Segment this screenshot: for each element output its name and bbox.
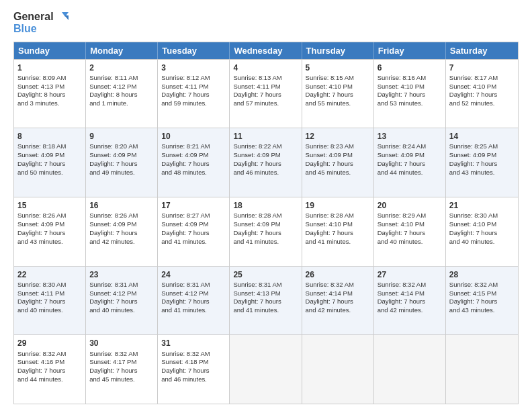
day-cell-26: 26Sunrise: 8:32 AMSunset: 4:14 PMDayligh… bbox=[302, 267, 374, 335]
day-info-line: Sunset: 4:10 PM bbox=[449, 83, 515, 91]
day-info-line: and 1 minute. bbox=[89, 99, 154, 108]
day-info-line: and 43 minutes. bbox=[17, 238, 82, 246]
day-number: 28 bbox=[449, 269, 515, 280]
day-info-line: Daylight: 7 hours bbox=[161, 367, 226, 375]
day-cell-1: 1Sunrise: 8:09 AMSunset: 4:13 PMDaylight… bbox=[14, 60, 86, 128]
day-info-line: Sunrise: 8:25 AM bbox=[449, 142, 515, 151]
day-cell-24: 24Sunrise: 8:31 AMSunset: 4:12 PMDayligh… bbox=[158, 267, 230, 335]
day-info-line: Sunset: 4:12 PM bbox=[89, 83, 154, 91]
day-info-line: Daylight: 7 hours bbox=[161, 160, 226, 169]
header-day-saturday: Saturday bbox=[446, 42, 518, 59]
day-number: 19 bbox=[306, 200, 370, 211]
day-cell-11: 11Sunrise: 8:22 AMSunset: 4:09 PMDayligh… bbox=[230, 128, 302, 197]
day-cell-5: 5Sunrise: 8:15 AMSunset: 4:10 PMDaylight… bbox=[302, 60, 374, 128]
day-number: 7 bbox=[449, 62, 515, 73]
day-info-line: Daylight: 7 hours bbox=[161, 91, 226, 99]
day-number: 26 bbox=[306, 269, 370, 280]
day-info-line: Sunrise: 8:32 AM bbox=[449, 281, 515, 289]
day-info-line: and 48 minutes. bbox=[161, 169, 226, 177]
day-number: 24 bbox=[161, 269, 226, 280]
day-info-line: and 42 minutes. bbox=[306, 306, 370, 315]
day-number: 14 bbox=[449, 131, 515, 142]
day-info-line: and 40 minutes. bbox=[89, 306, 154, 315]
day-info-line: Sunrise: 8:26 AM bbox=[89, 212, 154, 220]
header-day-sunday: Sunday bbox=[14, 42, 86, 59]
day-number: 16 bbox=[89, 200, 154, 211]
day-info-line: Sunrise: 8:09 AM bbox=[17, 74, 82, 83]
day-info-line: Sunset: 4:17 PM bbox=[89, 358, 154, 367]
day-info-line: Sunrise: 8:27 AM bbox=[161, 212, 226, 220]
calendar-header: SundayMondayTuesdayWednesdayThursdayFrid… bbox=[14, 42, 518, 59]
day-info-line: Sunrise: 8:32 AM bbox=[378, 281, 442, 289]
day-info-line: Sunset: 4:10 PM bbox=[449, 220, 515, 229]
calendar-row-5: 29Sunrise: 8:32 AMSunset: 4:16 PMDayligh… bbox=[14, 334, 518, 404]
header-day-tuesday: Tuesday bbox=[158, 42, 230, 59]
day-cell-10: 10Sunrise: 8:21 AMSunset: 4:09 PMDayligh… bbox=[158, 128, 230, 197]
day-info-line: Sunrise: 8:29 AM bbox=[378, 212, 442, 220]
day-info-line: Sunset: 4:09 PM bbox=[306, 151, 370, 160]
day-info-line: Sunset: 4:18 PM bbox=[161, 358, 226, 367]
empty-cell bbox=[446, 335, 518, 404]
day-cell-15: 15Sunrise: 8:26 AMSunset: 4:09 PMDayligh… bbox=[14, 197, 86, 266]
day-number: 22 bbox=[17, 269, 82, 280]
day-number: 23 bbox=[89, 269, 154, 280]
day-info-line: and 42 minutes. bbox=[378, 306, 442, 315]
day-info-line: Daylight: 7 hours bbox=[17, 160, 82, 169]
day-info-line: Sunrise: 8:15 AM bbox=[306, 74, 370, 83]
day-cell-21: 21Sunrise: 8:30 AMSunset: 4:10 PMDayligh… bbox=[446, 197, 518, 266]
day-info-line: Sunset: 4:09 PM bbox=[449, 151, 515, 160]
page: General Blue SundayMondayTuesdayWednesda… bbox=[0, 0, 532, 411]
day-cell-14: 14Sunrise: 8:25 AMSunset: 4:09 PMDayligh… bbox=[446, 128, 518, 197]
day-info-line: Daylight: 7 hours bbox=[89, 298, 154, 306]
day-info-line: Daylight: 7 hours bbox=[378, 229, 442, 238]
day-cell-6: 6Sunrise: 8:16 AMSunset: 4:10 PMDaylight… bbox=[374, 60, 446, 128]
day-info-line: Daylight: 7 hours bbox=[161, 229, 226, 238]
day-info-line: Sunset: 4:11 PM bbox=[233, 83, 298, 91]
day-info-line: Sunset: 4:09 PM bbox=[378, 151, 442, 160]
day-info-line: Daylight: 8 hours bbox=[17, 91, 82, 99]
day-info-line: and 46 minutes. bbox=[233, 169, 298, 177]
day-cell-9: 9Sunrise: 8:20 AMSunset: 4:09 PMDaylight… bbox=[86, 128, 158, 197]
day-info-line: Sunrise: 8:12 AM bbox=[161, 74, 226, 83]
calendar: SundayMondayTuesdayWednesdayThursdayFrid… bbox=[13, 42, 519, 404]
day-info-line: Sunrise: 8:18 AM bbox=[17, 142, 82, 151]
day-info-line: and 44 minutes. bbox=[17, 375, 82, 384]
day-info-line: Sunrise: 8:32 AM bbox=[89, 350, 154, 359]
day-number: 1 bbox=[17, 62, 82, 73]
day-info-line: Daylight: 7 hours bbox=[449, 91, 515, 99]
day-info-line: Daylight: 8 hours bbox=[89, 91, 154, 99]
day-cell-13: 13Sunrise: 8:24 AMSunset: 4:09 PMDayligh… bbox=[374, 128, 446, 197]
day-cell-29: 29Sunrise: 8:32 AMSunset: 4:16 PMDayligh… bbox=[14, 335, 86, 404]
logo-blue: Blue bbox=[13, 23, 70, 35]
day-info-line: Daylight: 7 hours bbox=[89, 229, 154, 238]
day-info-line: Sunrise: 8:20 AM bbox=[89, 142, 154, 151]
day-info-line: Sunset: 4:11 PM bbox=[17, 289, 82, 298]
day-cell-30: 30Sunrise: 8:32 AMSunset: 4:17 PMDayligh… bbox=[86, 335, 158, 404]
day-info-line: Daylight: 7 hours bbox=[17, 229, 82, 238]
day-info-line: Sunset: 4:13 PM bbox=[233, 289, 298, 298]
day-info-line: Sunset: 4:12 PM bbox=[89, 289, 154, 298]
day-number: 12 bbox=[306, 131, 370, 142]
day-info-line: Sunrise: 8:30 AM bbox=[449, 212, 515, 220]
day-info-line: Sunset: 4:09 PM bbox=[161, 220, 226, 229]
empty-cell bbox=[302, 335, 374, 404]
day-info-line: and 40 minutes. bbox=[17, 306, 82, 315]
day-info-line: and 41 minutes. bbox=[233, 238, 298, 246]
day-info-line: Sunrise: 8:32 AM bbox=[161, 350, 226, 359]
logo: General Blue bbox=[13, 11, 70, 35]
day-info-line: Daylight: 7 hours bbox=[306, 91, 370, 99]
day-number: 3 bbox=[161, 62, 226, 73]
day-info-line: Sunrise: 8:13 AM bbox=[233, 74, 298, 83]
day-cell-19: 19Sunrise: 8:28 AMSunset: 4:10 PMDayligh… bbox=[302, 197, 374, 266]
day-cell-31: 31Sunrise: 8:32 AMSunset: 4:18 PMDayligh… bbox=[158, 335, 230, 404]
day-info-line: and 59 minutes. bbox=[161, 99, 226, 108]
calendar-body: 1Sunrise: 8:09 AMSunset: 4:13 PMDaylight… bbox=[14, 59, 518, 404]
day-info-line: Sunset: 4:13 PM bbox=[17, 83, 82, 91]
day-number: 9 bbox=[89, 131, 154, 142]
day-info-line: Daylight: 7 hours bbox=[161, 298, 226, 306]
day-info-line: Sunset: 4:10 PM bbox=[378, 220, 442, 229]
day-info-line: Daylight: 7 hours bbox=[233, 91, 298, 99]
day-info-line: Sunset: 4:14 PM bbox=[306, 289, 370, 298]
svg-marker-1 bbox=[64, 15, 69, 20]
day-info-line: Sunrise: 8:23 AM bbox=[306, 142, 370, 151]
